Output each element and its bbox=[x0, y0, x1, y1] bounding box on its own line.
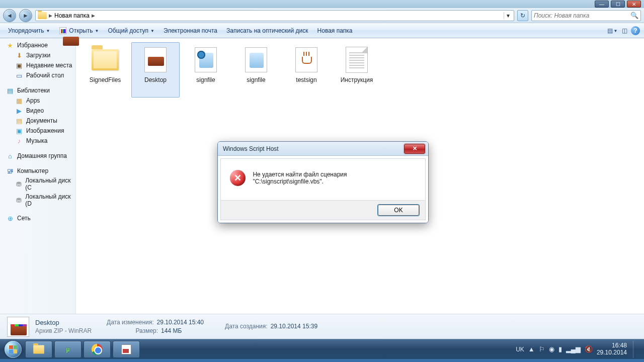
details-mod-label: Дата изменения: bbox=[107, 318, 154, 326]
ok-button[interactable]: OK bbox=[378, 205, 419, 216]
network-status-icon[interactable]: ◉ bbox=[549, 345, 554, 353]
breadcrumb-dropdown-icon[interactable]: ▾ bbox=[504, 12, 512, 19]
sidebar-item-disk-c[interactable]: ⛃Локальный диск (C bbox=[0, 176, 75, 192]
file-item-archive[interactable]: Desktop bbox=[131, 42, 180, 98]
details-pane: Desktop Архив ZIP - WinRAR Дата изменени… bbox=[0, 314, 644, 339]
network-icon: ⊕ bbox=[6, 214, 14, 222]
sidebar-item-recent[interactable]: ▣Недавние места bbox=[0, 60, 75, 70]
taskbar-item-utorrent[interactable]: µ bbox=[54, 341, 82, 358]
minimize-button[interactable]: — bbox=[595, 1, 609, 8]
file-label: Инструкция bbox=[341, 77, 373, 84]
taskbar-item-explorer[interactable] bbox=[25, 341, 52, 358]
sidebar-item-music[interactable]: ♪Музыка bbox=[0, 136, 75, 146]
download-icon: ⬇ bbox=[15, 51, 23, 59]
error-icon: ✕ bbox=[230, 170, 246, 186]
start-button[interactable] bbox=[3, 339, 23, 359]
nav-forward-button[interactable]: ► bbox=[19, 9, 32, 22]
document-icon: ▤ bbox=[15, 117, 23, 125]
action-center-icon[interactable]: ⚐ bbox=[539, 345, 545, 353]
file-item-java[interactable]: testsign bbox=[282, 42, 331, 98]
tray-clock[interactable]: 16:48 29.10.2014 bbox=[597, 342, 627, 356]
details-created-value: 29.10.2014 15:39 bbox=[271, 322, 317, 330]
show-desktop-button[interactable] bbox=[633, 341, 638, 358]
sidebar-item-network[interactable]: ⊕Сеть bbox=[0, 213, 75, 223]
refresh-button[interactable]: ↻ bbox=[517, 10, 528, 21]
nav-back-button[interactable]: ◄ bbox=[3, 9, 16, 22]
details-size-value: 144 МБ bbox=[161, 327, 182, 335]
taskbar-item-app[interactable] bbox=[113, 341, 140, 358]
details-size-label: Размер: bbox=[107, 327, 158, 335]
desktop-icon: ▭ bbox=[15, 71, 23, 79]
file-label: signfile bbox=[247, 77, 265, 84]
apps-icon: ▦ bbox=[15, 97, 23, 105]
view-options-button[interactable]: ▤▼ bbox=[607, 26, 618, 36]
sidebar-item-libraries[interactable]: ▤Библиотеки bbox=[0, 85, 75, 96]
window-close-button[interactable]: ✕ bbox=[627, 1, 641, 8]
email-button[interactable]: Электронная почта bbox=[159, 26, 221, 36]
open-button[interactable]: Открыть▼ bbox=[55, 26, 103, 36]
burn-button[interactable]: Записать на оптический диск bbox=[222, 26, 312, 36]
script-icon bbox=[245, 47, 267, 72]
sidebar-item-computer[interactable]: 🖳Компьютер bbox=[0, 166, 75, 176]
disk-icon: ⛃ bbox=[15, 196, 22, 204]
tray-language[interactable]: UK bbox=[516, 346, 524, 353]
computer-icon: 🖳 bbox=[6, 167, 14, 175]
sidebar-item-images[interactable]: ▣Изображения bbox=[0, 126, 75, 136]
folder-icon bbox=[92, 49, 119, 70]
homegroup-icon: ⌂ bbox=[6, 152, 14, 160]
sidebar-item-video[interactable]: ▶Видео bbox=[0, 106, 75, 116]
breadcrumb[interactable]: ▶ Новая папка ▶ ▾ bbox=[35, 10, 514, 21]
sidebar-item-downloads[interactable]: ⬇Загрузки bbox=[0, 50, 75, 60]
disk-icon: ⛃ bbox=[15, 180, 22, 188]
breadcrumb-current[interactable]: Новая папка bbox=[54, 12, 90, 19]
help-button[interactable]: ? bbox=[631, 26, 640, 35]
dialog-message: Не удается найти файл сценария "C:\signs… bbox=[253, 171, 416, 185]
java-icon bbox=[295, 47, 317, 72]
sidebar: ★Избранное ⬇Загрузки ▣Недавние места ▭Ра… bbox=[0, 38, 76, 314]
sidebar-item-homegroup[interactable]: ⌂Домашняя группа bbox=[0, 151, 75, 161]
music-icon: ♪ bbox=[15, 137, 23, 145]
chrome-icon bbox=[92, 344, 103, 355]
image-icon: ▣ bbox=[15, 127, 23, 135]
archive-icon bbox=[144, 47, 167, 72]
search-input[interactable] bbox=[534, 12, 630, 19]
volume-icon[interactable]: 🔇 bbox=[585, 345, 593, 353]
preview-pane-button[interactable]: ◫ bbox=[619, 26, 630, 36]
error-dialog: Windows Script Host ✕ ✕ Не удается найти… bbox=[217, 141, 429, 223]
script-icon bbox=[195, 47, 217, 72]
wifi-icon[interactable]: ▂▄▆ bbox=[566, 345, 581, 353]
maximize-button[interactable]: ☐ bbox=[611, 1, 625, 8]
archive-icon bbox=[7, 317, 29, 337]
file-item-script[interactable]: signfile bbox=[232, 42, 280, 98]
open-icon bbox=[59, 27, 67, 34]
sidebar-item-documents[interactable]: ▤Документы bbox=[0, 116, 75, 126]
file-label: Desktop bbox=[144, 77, 167, 84]
file-label: SignedFiles bbox=[90, 77, 121, 84]
sidebar-item-desktop[interactable]: ▭Рабочий стол bbox=[0, 70, 75, 80]
file-item-folder[interactable]: SignedFiles bbox=[81, 42, 129, 98]
dialog-close-button[interactable]: ✕ bbox=[404, 144, 425, 154]
windows-orb-icon bbox=[5, 341, 22, 358]
details-name: Desktop bbox=[35, 318, 92, 327]
share-button[interactable]: Общий доступ▼ bbox=[104, 26, 158, 36]
file-label: signfile bbox=[196, 77, 215, 84]
utorrent-icon: µ bbox=[66, 346, 70, 353]
sidebar-item-apps[interactable]: ▦Apps bbox=[0, 96, 75, 106]
breadcrumb-sep-icon: ▶ bbox=[49, 13, 52, 18]
file-label: testsign bbox=[296, 77, 316, 84]
file-item-script[interactable]: signfile bbox=[182, 42, 230, 98]
organize-button[interactable]: Упорядочить▼ bbox=[4, 26, 54, 36]
breadcrumb-sep-icon: ▶ bbox=[92, 13, 95, 18]
search-box[interactable]: 🔍 bbox=[531, 10, 641, 21]
folder-icon bbox=[33, 345, 44, 353]
video-icon: ▶ bbox=[15, 107, 23, 115]
taskbar-item-chrome[interactable] bbox=[84, 341, 111, 358]
tray-overflow-icon[interactable]: ▲ bbox=[528, 345, 535, 353]
battery-icon[interactable]: ▮ bbox=[558, 345, 562, 353]
new-folder-button[interactable]: Новая папка bbox=[313, 26, 357, 36]
dialog-title: Windows Script Host bbox=[223, 145, 404, 152]
search-icon: 🔍 bbox=[630, 12, 638, 19]
sidebar-item-disk-d[interactable]: ⛃Локальный диск (D bbox=[0, 192, 75, 208]
details-created-label: Дата создания: bbox=[225, 322, 268, 330]
file-item-text[interactable]: Инструкция bbox=[333, 42, 381, 98]
